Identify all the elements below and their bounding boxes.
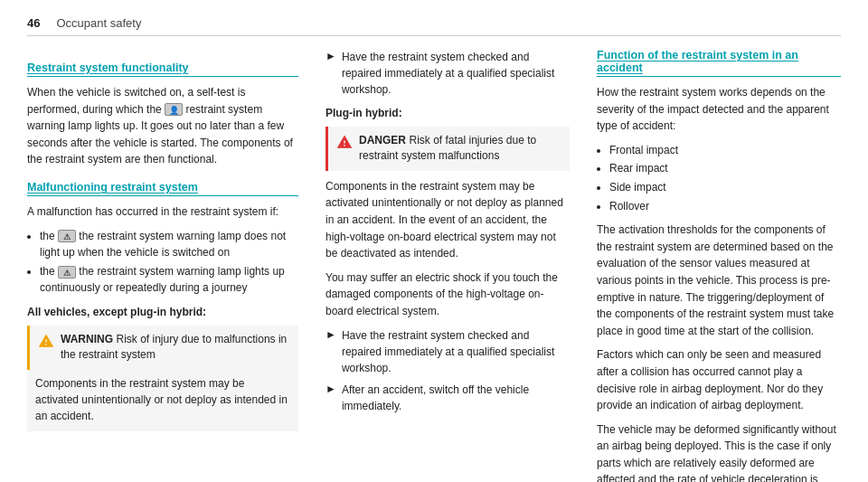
page-header: 46 Occupant safety bbox=[27, 16, 841, 36]
arrow-item-1: ► Have the restraint system checked and … bbox=[326, 49, 570, 98]
danger-box: DANGER Risk of fatal injuries due to res… bbox=[326, 127, 570, 171]
danger-inner: DANGER Risk of fatal injuries due to res… bbox=[326, 127, 570, 171]
danger-content: DANGER Risk of fatal injuries due to res… bbox=[359, 133, 561, 165]
arrow-item-3: ► After an accident, switch off the vehi… bbox=[326, 382, 570, 414]
section-malfunction: Malfunctioning restraint system A malfun… bbox=[27, 181, 298, 431]
page-container: 46 Occupant safety Restraint system func… bbox=[0, 0, 868, 482]
right-body4: The vehicle may be deformed significantl… bbox=[597, 421, 841, 482]
warning-box-all-vehicles: WARNING Risk of injury due to malfunctio… bbox=[27, 326, 298, 431]
section2-body: A malfunction has occurred in the restra… bbox=[27, 203, 298, 221]
arrow-text-3: After an accident, switch off the vehicl… bbox=[342, 382, 570, 414]
right-column: Function of the restraint system in an a… bbox=[597, 49, 841, 482]
bullet-rear: Rear impact bbox=[609, 160, 841, 177]
arrow-text-2: Have the restraint system checked and re… bbox=[342, 327, 570, 376]
restraint-icon: 👤 bbox=[165, 103, 183, 116]
subsection-title-all-vehicles: All vehicles, except plug-in hybrid: bbox=[27, 306, 298, 318]
warning-content: WARNING Risk of injury due to malfunctio… bbox=[61, 332, 290, 364]
warning-inner: WARNING Risk of injury due to malfunctio… bbox=[27, 326, 298, 370]
section1-title: Restraint system functionality bbox=[27, 61, 298, 77]
arrow-item-2: ► Have the restraint system checked and … bbox=[326, 327, 570, 376]
arrow-icon-3: ► bbox=[326, 383, 336, 414]
bullet-side: Side impact bbox=[609, 179, 841, 196]
lamp-icon2: ⚠ bbox=[58, 266, 76, 279]
section1-body: When the vehicle is switched on, a self-… bbox=[27, 84, 298, 168]
mid-body3: You may suffer an electric shock if you … bbox=[326, 269, 570, 320]
right-body3: Factors which can only be seen and measu… bbox=[597, 346, 841, 413]
right-body1: How the restraint system works depends o… bbox=[597, 84, 841, 135]
page-title: Occupant safety bbox=[56, 16, 141, 30]
lamp-icon1: ⚠ bbox=[58, 230, 76, 242]
mid-body2: Components in the restraint system may b… bbox=[326, 178, 570, 262]
mid-column: ► Have the restraint system checked and … bbox=[326, 49, 570, 482]
bullet-item: the ⚠ the restraint system warning lamp … bbox=[40, 263, 298, 297]
left-column: Restraint system functionality When the … bbox=[27, 49, 298, 482]
plug-in-hybrid-label: Plug-in hybrid: bbox=[326, 107, 570, 119]
accident-type-bullets: Frontal impact Rear impact Side impact R… bbox=[609, 142, 841, 214]
right-body2: The activation thresholds for the compon… bbox=[597, 222, 841, 339]
section-restraint-functionality: Restraint system functionality When the … bbox=[27, 61, 298, 168]
warning-triangle-icon bbox=[38, 333, 54, 349]
bullet-item: the ⚠ the restraint system warning lamp … bbox=[40, 228, 298, 261]
malfunction-bullets: the ⚠ the restraint system warning lamp … bbox=[40, 228, 298, 297]
arrow-icon-1: ► bbox=[326, 50, 336, 98]
danger-triangle-icon bbox=[336, 134, 353, 150]
bullet-rollover: Rollover bbox=[609, 198, 841, 215]
arrow-icon-2: ► bbox=[326, 328, 336, 376]
bullet-frontal: Frontal impact bbox=[609, 142, 841, 159]
content-columns: Restraint system functionality When the … bbox=[27, 49, 841, 482]
warning-body-text: Components in the restraint system may b… bbox=[27, 370, 298, 431]
right-section-title: Function of the restraint system in an a… bbox=[597, 49, 841, 77]
section2-title: Malfunctioning restraint system bbox=[27, 181, 298, 196]
arrow-text-1: Have the restraint system checked and re… bbox=[342, 49, 570, 98]
page-number: 46 bbox=[27, 16, 40, 30]
